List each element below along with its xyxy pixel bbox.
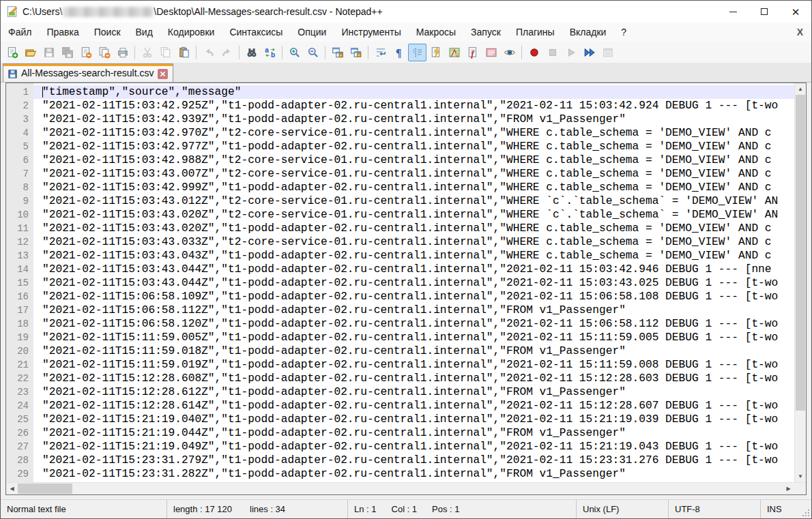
line-number: 8 (6, 181, 33, 194)
tab-close-button[interactable] (158, 69, 168, 79)
horizontal-scroll-track[interactable] (18, 483, 783, 494)
editor-line-6[interactable]: 6"2021-02-11T15:03:42.988Z","t2-core-ser… (6, 153, 794, 167)
function-list-icon[interactable]: f (463, 44, 482, 61)
line-number: 17 (6, 303, 33, 317)
horizontal-scroll-thumb[interactable] (18, 484, 72, 494)
menu-item-инструменты[interactable]: Инструменты (334, 24, 408, 40)
menu-item-правка[interactable]: Правка (39, 24, 86, 40)
vertical-scroll-thumb[interactable] (796, 95, 805, 411)
editor-line-11[interactable]: 11"2021-02-11T15:03:43.020Z","t1-podd-ad… (6, 222, 794, 235)
document-map-icon[interactable] (445, 44, 463, 61)
macro-run-multiple-icon[interactable] (580, 44, 598, 61)
file-monitoring-icon[interactable] (500, 44, 519, 61)
editor-line-28[interactable]: 28"2021-02-11T15:23:31.279Z","t1-podd-ad… (6, 454, 794, 467)
menu-close-document-button[interactable]: X (789, 25, 811, 39)
scroll-up-arrow[interactable]: ▲ (795, 83, 806, 95)
editor-line-16[interactable]: 16"2021-02-11T15:06:58.109Z","t1-podd-ad… (6, 290, 794, 303)
sync-horizontal-scroll-icon[interactable] (347, 44, 365, 61)
close-button[interactable]: ✕ (780, 1, 811, 23)
replace-icon[interactable]: ab (261, 44, 279, 61)
status-doc-type: Normal text file (1, 500, 166, 518)
status-lines: lines : 34 (250, 504, 285, 514)
menu-item-вкладки[interactable]: Вкладки (562, 24, 614, 40)
editor-line-1[interactable]: 1"timestamp","source","message" (6, 85, 794, 99)
menu-item-запуск[interactable]: Запуск (463, 24, 508, 40)
editor-line-2[interactable]: 2"2021-02-11T15:03:42.925Z","t1-podd-ada… (6, 99, 794, 113)
redo-icon[interactable] (218, 44, 236, 61)
menu-item-макросы[interactable]: Макросы (409, 24, 463, 40)
editor-text-area[interactable]: 1"timestamp","source","message"2"2021-02… (6, 83, 794, 482)
editor-line-14[interactable]: 14"2021-02-11T15:03:43.044Z","t1-podd-ad… (6, 263, 794, 276)
editor-line-4[interactable]: 4"2021-02-11T15:03:42.970Z","t2-core-ser… (6, 126, 794, 140)
editor-line-19[interactable]: 19"2021-02-11T15:11:59.005Z","t1-podd-ad… (6, 331, 794, 344)
editor-line-9[interactable]: 9"2021-02-11T15:03:43.012Z","t2-core-ser… (6, 194, 794, 208)
resize-grip[interactable] (801, 508, 811, 518)
editor-line-25[interactable]: 25"2021-02-11T15:21:19.040Z","t1-podd-ad… (6, 413, 794, 426)
cut-icon[interactable] (138, 44, 156, 61)
line-text: "2021-02-11T15:03:42.977Z","t1-podd-adap… (33, 140, 794, 153)
editor-line-20[interactable]: 20"2021-02-11T15:11:59.018Z","t1-podd-ad… (6, 344, 794, 358)
zoom-out-icon[interactable] (304, 44, 322, 61)
line-text: "2021-02-11T15:23:31.279Z","t1-podd-adap… (33, 454, 794, 467)
vertical-scroll-track[interactable] (795, 95, 806, 471)
macro-save-icon[interactable] (598, 44, 617, 61)
zoom-in-icon[interactable] (285, 44, 304, 61)
menu-item-вид[interactable]: Вид (128, 24, 160, 40)
editor-line-7[interactable]: 7"2021-02-11T15:03:43.007Z","t2-core-ser… (6, 167, 794, 181)
macro-record-icon[interactable] (525, 44, 543, 61)
menu-item-опции[interactable]: Опции (290, 24, 334, 40)
tab-all-messages-search-result[interactable]: All-Messages-search-result.csv (3, 63, 173, 82)
show-indent-guide-icon[interactable] (408, 44, 426, 61)
editor-line-27[interactable]: 27"2021-02-11T15:21:19.049Z","t1-podd-ad… (6, 440, 794, 454)
menu-item-файл[interactable]: Файл (1, 24, 39, 40)
editor-line-18[interactable]: 18"2021-02-11T15:06:58.120Z","t1-podd-ad… (6, 317, 794, 331)
editor-line-17[interactable]: 17"2021-02-11T15:06:58.112Z","t1-podd-ad… (6, 303, 794, 317)
macro-play-icon[interactable] (562, 44, 580, 61)
minimize-button[interactable] (717, 1, 749, 23)
editor-line-29[interactable]: 29"2021-02-11T15:23:31.282Z","t1-podd-ad… (6, 467, 794, 481)
editor-line-15[interactable]: 15"2021-02-11T15:03:43.044Z","t1-podd-ad… (6, 276, 794, 290)
editor-line-13[interactable]: 13"2021-02-11T15:03:43.043Z","t1-podd-ad… (6, 249, 794, 263)
show-all-characters-icon[interactable]: ¶ (390, 44, 408, 61)
scroll-right-arrow[interactable]: ▶ (783, 483, 794, 494)
editor-line-23[interactable]: 23"2021-02-11T15:12:28.612Z","t1-podd-ad… (6, 385, 794, 399)
copy-icon[interactable] (156, 44, 175, 61)
open-file-icon[interactable] (21, 44, 40, 61)
word-wrap-icon[interactable] (371, 44, 390, 61)
maximize-button[interactable] (749, 1, 780, 23)
new-file-icon[interactable] (3, 44, 21, 61)
menu-item-плагины[interactable]: Плагины (508, 24, 562, 40)
editor-line-10[interactable]: 10"2021-02-11T15:03:43.020Z","t2-core-se… (6, 208, 794, 222)
menu-item-синтаксисы[interactable]: Синтаксисы (222, 24, 290, 40)
line-text: "2021-02-11T15:06:58.109Z","t1-podd-adap… (33, 290, 794, 303)
close-all-files-icon[interactable] (95, 44, 113, 61)
horizontal-scrollbar[interactable]: ◀ ▶ (6, 483, 794, 494)
vertical-scrollbar[interactable]: ▲ ▼ (794, 83, 806, 482)
document-list-icon[interactable] (482, 44, 500, 61)
menu-item-?[interactable]: ? (613, 24, 634, 40)
save-all-icon[interactable] (58, 44, 76, 61)
menu-item-поиск[interactable]: Поиск (87, 24, 128, 40)
user-defined-language-icon[interactable] (426, 44, 445, 61)
scroll-down-arrow[interactable]: ▼ (795, 471, 806, 482)
editor-line-5[interactable]: 5"2021-02-11T15:03:42.977Z","t1-podd-ada… (6, 140, 794, 153)
line-number: 25 (6, 413, 33, 426)
editor-line-3[interactable]: 3"2021-02-11T15:03:42.939Z","t1-podd-ada… (6, 113, 794, 126)
find-icon[interactable] (242, 44, 261, 61)
print-icon[interactable] (113, 44, 132, 61)
editor-line-12[interactable]: 12"2021-02-11T15:03:43.033Z","t2-core-se… (6, 235, 794, 249)
save-file-icon[interactable] (40, 44, 58, 61)
editor-line-24[interactable]: 24"2021-02-11T15:12:28.614Z","t1-podd-ad… (6, 399, 794, 413)
editor-line-26[interactable]: 26"2021-02-11T15:21:19.044Z","t1-podd-ad… (6, 426, 794, 440)
scroll-left-arrow[interactable]: ◀ (6, 483, 18, 494)
line-number: 22 (6, 372, 33, 385)
macro-stop-icon[interactable] (543, 44, 562, 61)
close-file-icon[interactable] (76, 44, 95, 61)
menu-item-кодировки[interactable]: Кодировки (160, 24, 222, 40)
editor-line-22[interactable]: 22"2021-02-11T15:12:28.608Z","t1-podd-ad… (6, 372, 794, 385)
paste-icon[interactable] (175, 44, 193, 61)
sync-vertical-scroll-icon[interactable] (328, 44, 347, 61)
editor-line-8[interactable]: 8"2021-02-11T15:03:42.999Z","t1-podd-ada… (6, 181, 794, 194)
editor-line-21[interactable]: 21"2021-02-11T15:11:59.019Z","t1-podd-ad… (6, 358, 794, 372)
undo-icon[interactable] (199, 44, 218, 61)
